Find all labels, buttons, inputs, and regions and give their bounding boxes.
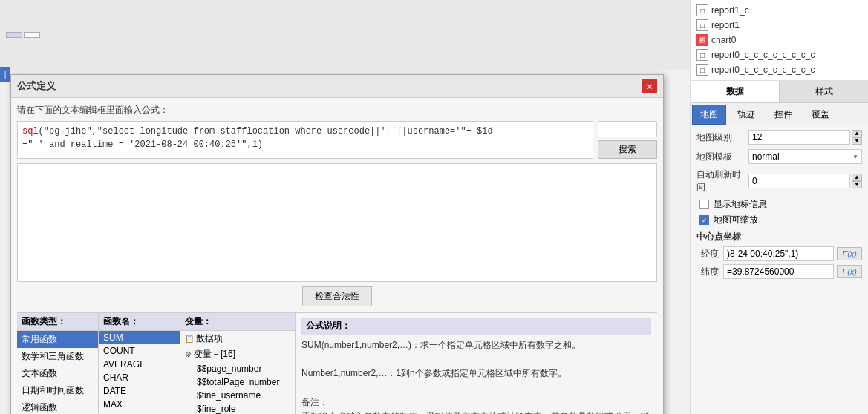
func-name-sum[interactable]: SUM: [99, 331, 180, 344]
search-input[interactable]: [598, 121, 657, 137]
coord-label-lng: 经度: [696, 248, 719, 260]
func-type-logic[interactable]: 逻辑函数: [17, 399, 98, 414]
dialog-instruction: 请在下面的文本编辑框里面输入公式：: [17, 104, 657, 116]
select-arrow-template: ▼: [852, 154, 858, 160]
tab-btn-2[interactable]: [24, 32, 40, 38]
func-name-date[interactable]: DATE: [99, 384, 180, 398]
code-line1: sql("pg-jihe","select longitude from sta…: [22, 125, 588, 138]
chart-icon: 图: [696, 34, 708, 46]
sub-tab-control[interactable]: 控件: [766, 105, 800, 125]
spin-up-level[interactable]: ▲: [852, 130, 862, 137]
prop-spinner-refresh: ▲ ▼: [852, 174, 862, 188]
prop-row-refresh: 自动刷新时间 0 ▲ ▼: [696, 168, 862, 194]
formula-desc-header: 公式说明：: [301, 318, 651, 335]
coord-label-lat: 纬度: [696, 266, 719, 278]
checkbox-row-zoom: ✓ 地图可缩放: [696, 214, 862, 226]
func-name-max[interactable]: MAX: [99, 398, 180, 411]
coord-row-lng: 经度 )8-24 00:40:25",1) F(x): [696, 246, 862, 261]
right-panel: □ report1_c □ report1 图 chart0 □ report0…: [690, 0, 868, 414]
func-name-header: 函数名：: [99, 313, 180, 331]
prop-row-template: 地图模板 normal ▼: [696, 149, 862, 164]
tab-btn-1[interactable]: [6, 32, 22, 38]
file-item-report0a[interactable]: □ report0_c_c_c_c_c_c_c_c: [691, 47, 868, 62]
prop-select-template[interactable]: normal ▼: [748, 149, 862, 164]
var-item-fine-role[interactable]: $fine_role: [180, 402, 295, 414]
var-item-vars[interactable]: ⚙ 变量－[16]: [180, 346, 295, 362]
tree-icon: ⚙: [185, 350, 192, 358]
file-item-label: report0_c_c_c_c_c_c_c_c: [711, 65, 815, 75]
func-name-average[interactable]: AVERAGE: [99, 358, 180, 371]
dialog-close-button[interactable]: ×: [642, 79, 657, 93]
coord-input-lat[interactable]: =39.8724560000: [723, 264, 834, 279]
file-item-chart0[interactable]: 图 chart0: [691, 33, 868, 47]
sql-keyword: sql: [22, 126, 39, 137]
dialog-title: 公式定义: [17, 79, 56, 93]
var-panel: 变量： 📋 数据项 ⚙ 变量－[16] $$page_number $$tota…: [180, 313, 296, 414]
coord-input-lng[interactable]: )8-24 00:40:25",1): [723, 246, 834, 261]
doc-icon: □: [696, 4, 708, 16]
bottom-section: 函数类型： 常用函数 数学和三角函数 文本函数 日期和时间函数 逻辑函数 数组函…: [17, 312, 657, 414]
func-type-datetime[interactable]: 日期和时间函数: [17, 382, 98, 399]
fx-btn-lat[interactable]: F(x): [837, 265, 862, 278]
sub-tab-track[interactable]: 轨迹: [729, 105, 763, 125]
dialog-title-bar: 公式定义 ×: [11, 75, 663, 98]
sub-tab-overlay[interactable]: 覆盖: [803, 105, 838, 125]
prop-value-refresh[interactable]: 0: [748, 174, 850, 188]
prop-spinner-level: ▲ ▼: [852, 130, 862, 145]
doc-icon: □: [696, 49, 708, 61]
dialog-body: 请在下面的文本编辑框里面输入公式： sql("pg-jihe","select …: [11, 98, 663, 414]
spin-down-level[interactable]: ▼: [852, 137, 862, 145]
func-name-min[interactable]: MIN: [99, 411, 180, 414]
checkbox-zoom[interactable]: ✓: [699, 215, 709, 225]
var-item-page-number[interactable]: $$page_number: [180, 362, 295, 375]
search-wrap: 搜索: [598, 121, 657, 159]
tree-icon: 📋: [185, 335, 194, 343]
left-edge-indicator: |: [0, 67, 10, 82]
func-name-count[interactable]: COUNT: [99, 344, 180, 358]
sub-tab-map[interactable]: 地图: [692, 105, 726, 125]
func-name-panel: 函数名： SUM COUNT AVERAGE CHAR DATE MAX MIN…: [99, 313, 180, 414]
file-item-label: chart0: [711, 35, 736, 45]
doc-icon: □: [696, 19, 708, 31]
var-item-dataitems[interactable]: 📋 数据项: [180, 331, 295, 346]
func-type-math[interactable]: 数学和三角函数: [17, 348, 98, 365]
spin-down-refresh[interactable]: ▼: [852, 181, 862, 188]
checkbox-label-zoom: 地图可缩放: [714, 214, 758, 226]
spin-up-refresh[interactable]: ▲: [852, 174, 862, 181]
file-item-report0b[interactable]: □ report0_c_c_c_c_c_c_c_c: [691, 62, 868, 77]
func-type-text[interactable]: 文本函数: [17, 365, 98, 382]
file-item-report1[interactable]: □ report1: [691, 18, 868, 33]
tab-style[interactable]: 样式: [780, 81, 868, 102]
formula-desc-panel: 公式说明： SUM(number1,number2,…)：求一个指定单元格区域中…: [296, 313, 657, 414]
main-area: | 公式定义 × 请在下面的文本编辑框里面输入公式： sql("pg-jihe"…: [0, 0, 690, 414]
func-type-panel: 函数类型： 常用函数 数学和三角函数 文本函数 日期和时间函数 逻辑函数 数组函…: [17, 313, 99, 414]
formula-code-display[interactable]: sql("pg-jihe","select longitude from sta…: [17, 121, 593, 159]
formula-text-editor[interactable]: [17, 163, 657, 282]
prop-row-level: 地图级别 12 ▲ ▼: [696, 130, 862, 145]
checkbox-landmark[interactable]: [699, 200, 709, 209]
search-button[interactable]: 搜索: [598, 140, 657, 159]
file-item-label: report1_c: [711, 5, 749, 16]
check-legality-button[interactable]: 检查合法性: [302, 286, 372, 306]
prop-value-level[interactable]: 12: [748, 130, 850, 145]
tab-data[interactable]: 数据: [691, 81, 780, 102]
var-item-fine-username[interactable]: $fine_username: [180, 389, 295, 402]
file-item-report1c[interactable]: □ report1_c: [691, 3, 868, 18]
func-type-common[interactable]: 常用函数: [17, 331, 98, 348]
doc-icon: □: [696, 64, 708, 76]
formula-dialog: 公式定义 × 请在下面的文本编辑框里面输入公式： sql("pg-jihe","…: [10, 74, 664, 414]
prop-label-refresh: 自动刷新时间: [696, 168, 748, 194]
prop-label-template: 地图模板: [696, 151, 748, 163]
formula-desc-text: SUM(number1,number2,…)：求一个指定单元格区域中所有数字之和…: [301, 338, 651, 414]
right-props: 地图级别 12 ▲ ▼ 地图模板 normal ▼ 自动刷新时间 0 ▲: [691, 125, 868, 286]
var-item-total-page[interactable]: $$totalPage_number: [180, 375, 295, 389]
sub-tabs: 地图 轨迹 控件 覆盖: [691, 103, 868, 125]
func-name-char[interactable]: CHAR: [99, 371, 180, 384]
file-item-label: report0_c_c_c_c_c_c_c_c: [711, 50, 815, 60]
file-tree: □ report1_c □ report1 图 chart0 □ report0…: [691, 0, 868, 81]
formula-input-area: sql("pg-jihe","select longitude from sta…: [17, 121, 657, 159]
section-title-coord: 中心点坐标: [696, 231, 862, 243]
fx-btn-lng[interactable]: F(x): [837, 247, 862, 260]
coord-row-lat: 纬度 =39.8724560000 F(x): [696, 264, 862, 279]
prop-label-level: 地图级别: [696, 131, 748, 144]
